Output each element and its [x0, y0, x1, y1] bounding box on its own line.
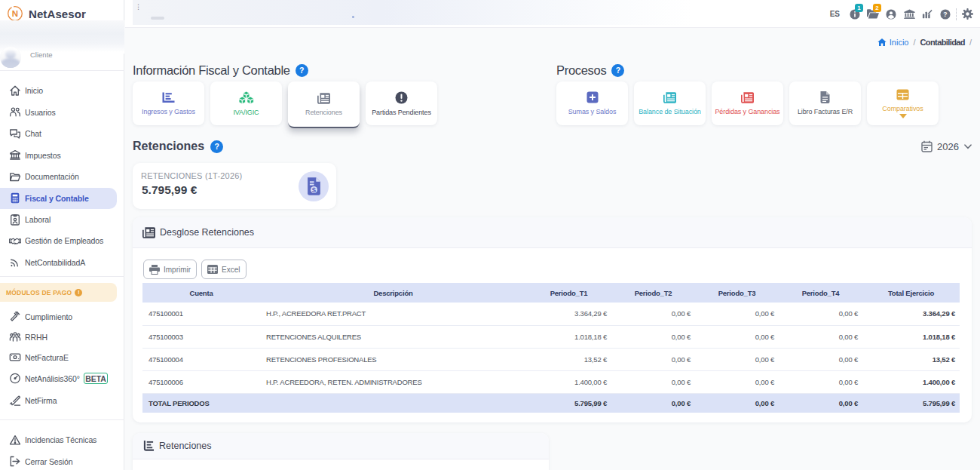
- svg-text:N: N: [12, 9, 18, 18]
- svg-text:?: ?: [943, 11, 947, 18]
- svg-text:$: $: [311, 186, 316, 194]
